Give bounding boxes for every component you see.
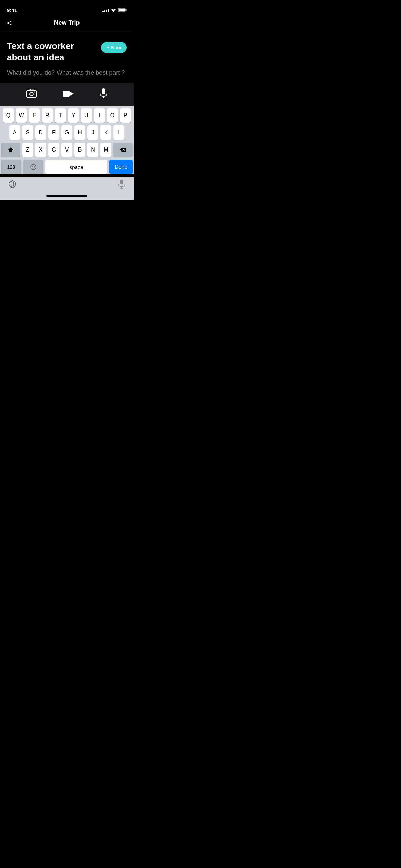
key-z[interactable]: Z [22, 143, 33, 157]
nav-title: New Trip [54, 19, 80, 26]
key-e[interactable]: E [29, 108, 40, 123]
svg-rect-2 [126, 9, 127, 11]
svg-point-18 [11, 181, 14, 188]
status-icons [102, 8, 127, 12]
key-b[interactable]: B [74, 143, 85, 157]
key-i[interactable]: I [94, 108, 105, 123]
task-title: Text a coworker about an idea [7, 40, 96, 63]
svg-point-4 [30, 92, 33, 96]
delete-key[interactable] [113, 143, 133, 157]
svg-point-16 [34, 166, 35, 167]
numbers-key[interactable]: 123 [1, 160, 21, 174]
key-g[interactable]: G [61, 125, 72, 140]
svg-marker-11 [8, 147, 13, 152]
key-j[interactable]: J [87, 125, 98, 140]
microphone-icon[interactable] [100, 88, 107, 101]
keyboard-row-4: 123 space Done [1, 160, 133, 174]
nav-bar: < New Trip [0, 15, 134, 31]
key-v[interactable]: V [61, 143, 72, 157]
keyboard-row-2: A S D F G H J K L [1, 125, 133, 140]
svg-marker-7 [70, 92, 74, 96]
emoji-key[interactable] [23, 160, 44, 174]
key-a[interactable]: A [9, 125, 20, 140]
camera-icon[interactable] [26, 89, 37, 100]
key-u[interactable]: U [81, 108, 92, 123]
key-m[interactable]: M [100, 143, 111, 157]
key-w[interactable]: W [16, 108, 27, 123]
main-content: Text a coworker about an idea + 5 mi Wha… [0, 31, 134, 83]
shift-key[interactable] [1, 143, 20, 157]
keyboard[interactable]: Q W E R T Y U I O P A S D F G H J K L Z … [0, 106, 134, 174]
task-description: What did you do? What was the best part … [7, 68, 127, 77]
key-o[interactable]: O [107, 108, 118, 123]
svg-rect-8 [102, 88, 105, 94]
key-h[interactable]: H [74, 125, 85, 140]
key-x[interactable]: X [35, 143, 46, 157]
key-c[interactable]: C [48, 143, 59, 157]
signal-icon [102, 8, 109, 12]
svg-point-14 [31, 164, 36, 170]
svg-rect-21 [120, 180, 123, 184]
key-k[interactable]: K [100, 125, 111, 140]
bottom-bar [0, 177, 134, 193]
keyboard-row-1: Q W E R T Y U I O P [1, 108, 133, 123]
key-d[interactable]: D [35, 125, 46, 140]
svg-point-17 [9, 181, 16, 188]
key-y[interactable]: Y [68, 108, 79, 123]
key-s[interactable]: S [22, 125, 33, 140]
keyboard-row-3: Z X C V B N M [1, 143, 133, 157]
done-key[interactable]: Done [109, 160, 133, 174]
key-p[interactable]: P [120, 108, 131, 123]
status-bar: 9:41 [0, 0, 134, 15]
wifi-icon [111, 8, 116, 12]
key-l[interactable]: L [113, 125, 124, 140]
key-t[interactable]: T [55, 108, 66, 123]
svg-rect-6 [63, 91, 70, 97]
status-time: 9:41 [7, 7, 17, 13]
svg-point-15 [32, 166, 33, 167]
keyboard-mic-icon[interactable] [118, 179, 125, 191]
back-button[interactable]: < [7, 18, 12, 28]
svg-rect-1 [119, 9, 125, 11]
key-q[interactable]: Q [3, 108, 14, 123]
globe-icon[interactable] [8, 180, 16, 190]
home-indicator [0, 193, 134, 200]
video-icon[interactable] [62, 89, 74, 100]
home-indicator-bar [46, 195, 87, 197]
key-r[interactable]: R [42, 108, 53, 123]
space-key[interactable]: space [45, 160, 107, 174]
task-row: Text a coworker about an idea + 5 mi [7, 40, 127, 63]
svg-point-5 [34, 92, 35, 93]
key-n[interactable]: N [87, 143, 98, 157]
points-badge: + 5 mi [101, 42, 127, 53]
media-bar [0, 83, 134, 106]
battery-icon [118, 8, 127, 12]
key-f[interactable]: F [48, 125, 59, 140]
